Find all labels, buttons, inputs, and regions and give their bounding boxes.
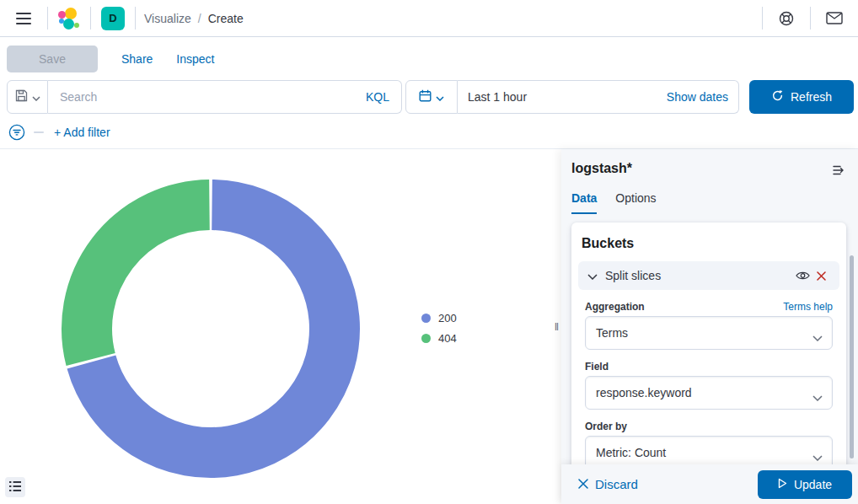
logo-section [48, 0, 90, 36]
visualize-toolbar: Save Share Inspect [0, 37, 858, 80]
breadcrumb-separator: / [198, 12, 201, 25]
show-dates-link[interactable]: Show dates [667, 90, 728, 104]
editor-footer: Discard Update [561, 464, 858, 504]
space-badge[interactable]: D [101, 7, 125, 30]
split-slices-accordion[interactable]: Split slices [578, 261, 839, 290]
header-right [762, 0, 858, 36]
refresh-button[interactable]: Refresh [749, 80, 854, 114]
bucket-type-label: Split slices [605, 269, 793, 282]
tab-options[interactable]: Options [615, 191, 656, 214]
chevron-down-icon [436, 89, 444, 105]
filter-options-icon[interactable] [7, 122, 27, 142]
field-value: response.keyword [596, 386, 692, 399]
chevron-down-icon [812, 450, 823, 464]
menu-section [0, 0, 47, 36]
aggregation-group: Aggregation Terms help Terms [585, 301, 833, 350]
calendar-icon [419, 89, 432, 105]
field-select[interactable]: response.keyword [585, 376, 833, 410]
index-pattern-title: logstash* [571, 161, 632, 176]
add-filter-button[interactable]: + Add filter [54, 126, 110, 139]
aggregation-label: Aggregation [585, 301, 645, 313]
remove-bucket-icon[interactable] [812, 266, 830, 285]
legend-dot [421, 334, 431, 343]
field-group: Field response.keyword [585, 361, 833, 410]
buckets-heading: Buckets [582, 236, 839, 251]
saved-query-menu-button[interactable] [7, 80, 48, 114]
hamburger-menu-icon[interactable] [10, 5, 37, 32]
mail-icon[interactable] [821, 5, 848, 32]
legend-toggle-button[interactable] [5, 477, 25, 497]
inspect-button[interactable]: Inspect [176, 52, 214, 66]
chart-legend: 200404 [421, 308, 457, 348]
refresh-label: Refresh [791, 90, 832, 104]
chart-area: 200404 [0, 149, 552, 504]
aggregation-select[interactable]: Terms [585, 316, 833, 350]
discard-button[interactable]: Discard [578, 477, 638, 491]
update-label: Update [794, 478, 832, 491]
save-button[interactable]: Save [7, 46, 98, 72]
date-picker-menu-button[interactable] [405, 80, 458, 114]
main-content: 200404 ‖ logstash* Data Options [0, 148, 858, 504]
order-by-label: Order by [585, 421, 627, 432]
help-lifebuoy-icon[interactable] [773, 5, 800, 32]
breadcrumb-create: Create [208, 12, 244, 25]
visualization-editor-panel: logstash* Data Options Buckets Split sli… [561, 149, 858, 504]
play-icon [778, 478, 787, 491]
chevron-down-icon [587, 268, 598, 283]
resize-handle-glyph: ‖ [555, 320, 559, 333]
search-input-wrap: KQL [48, 80, 402, 114]
space-section: D [91, 0, 135, 36]
filter-bar: + Add filter [0, 115, 858, 148]
legend-item-404[interactable]: 404 [421, 328, 457, 348]
time-range-display[interactable]: Last 1 hour Show dates [458, 80, 739, 114]
filter-dash [34, 131, 44, 133]
buckets-card: Buckets Split slices [571, 223, 846, 479]
collapse-panel-icon[interactable] [829, 161, 848, 180]
editor-tabs: Data Options [571, 191, 657, 214]
legend-dot [421, 314, 431, 323]
panel-resize-handle[interactable]: ‖ [552, 149, 561, 504]
terms-help-link[interactable]: Terms help [783, 301, 833, 313]
panel-scrollbar[interactable] [850, 255, 854, 458]
close-icon [578, 477, 588, 491]
query-bar: KQL Last 1 hour Show dates Refresh [0, 80, 858, 114]
order-by-value: Metric: Count [596, 446, 666, 459]
chevron-down-icon [812, 330, 823, 344]
chevron-down-icon [812, 390, 823, 404]
donut-chart [0, 149, 552, 504]
order-by-group: Order by Metric: Count [585, 421, 833, 469]
aggregation-value: Terms [596, 326, 628, 340]
discard-label: Discard [595, 477, 638, 491]
update-button[interactable]: Update [758, 470, 852, 499]
breadcrumb-visualize[interactable]: Visualize [144, 12, 191, 25]
legend-label: 200 [438, 312, 457, 324]
field-label: Field [585, 361, 609, 373]
breadcrumb: Visualize / Create [136, 0, 244, 36]
top-header: D Visualize / Create [0, 0, 858, 37]
toggle-visibility-eye-icon[interactable] [793, 266, 812, 285]
chevron-down-icon [32, 89, 40, 105]
time-range-value: Last 1 hour [468, 90, 667, 104]
query-language-switcher[interactable]: KQL [366, 90, 389, 104]
list-icon [9, 481, 21, 494]
refresh-icon [771, 89, 784, 105]
legend-label: 404 [438, 332, 457, 345]
save-query-icon [15, 89, 28, 105]
pie-slice-404[interactable] [87, 205, 209, 360]
help-section [763, 0, 810, 36]
tab-data[interactable]: Data [571, 191, 597, 214]
kibana-visualize-app: D Visualize / Create [0, 0, 858, 504]
mail-section [811, 0, 858, 36]
elastic-logo-icon[interactable] [58, 8, 80, 29]
legend-item-200[interactable]: 200 [421, 308, 457, 328]
share-button[interactable]: Share [121, 52, 153, 66]
search-input[interactable] [60, 90, 366, 104]
